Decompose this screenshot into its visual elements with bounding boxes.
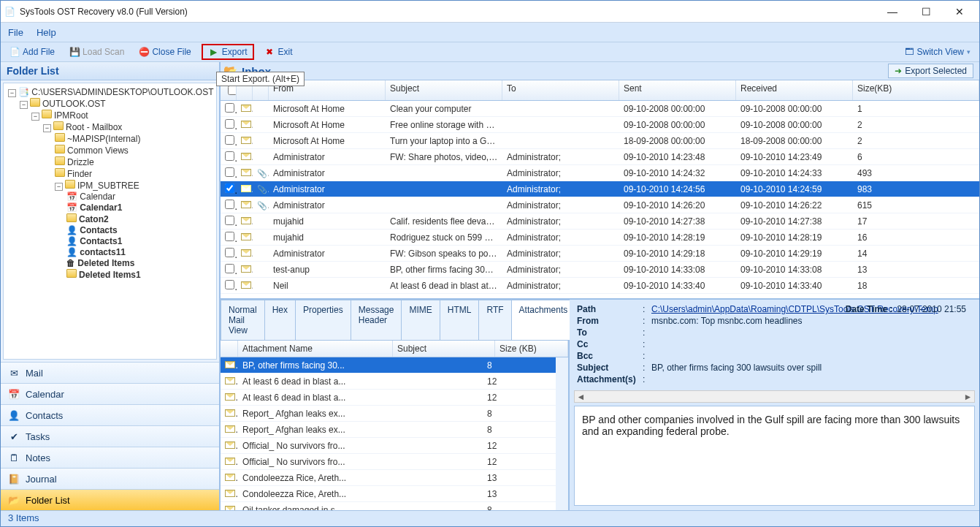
tree-contacts1[interactable]: Contacts1	[80, 236, 122, 246]
tab-properties[interactable]: Properties	[295, 300, 351, 340]
attachment-row[interactable]: BP, other firms facing 30...8	[221, 357, 556, 374]
col-subject[interactable]: Subject	[386, 80, 502, 100]
tree-ipmsubtree[interactable]: IPM_SUBTREE	[77, 181, 139, 191]
export-selected-button[interactable]: ➜Export Selected	[888, 64, 973, 78]
tree-root[interactable]: C:\USERS\ADMIN\DESKTOP\OUTLOOK.OST	[31, 87, 213, 97]
shortcut-notes[interactable]: 🗒Notes	[1, 447, 219, 468]
close-button[interactable]: ✕	[943, 1, 976, 22]
tree-calendar1[interactable]: Calendar1	[80, 202, 122, 213]
row-checkbox[interactable]	[225, 280, 234, 289]
row-checkbox[interactable]	[225, 151, 234, 161]
exit-button[interactable]: ✖Exit	[260, 45, 296, 58]
attachment-row[interactable]: Oil tanker damaged in s...8	[221, 502, 556, 510]
mail-row[interactable]: Microsoft At HomeTurn your laptop into a…	[221, 133, 979, 149]
mail-row[interactable]: Microsoft At HomeFree online storage wit…	[221, 117, 979, 133]
tab-hex[interactable]: Hex	[264, 300, 296, 340]
row-checkbox[interactable]	[225, 248, 234, 257]
row-checkbox[interactable]	[225, 200, 234, 209]
row-checkbox[interactable]	[225, 216, 234, 225]
shortcut-folderlist[interactable]: 📂Folder List	[1, 489, 219, 510]
attachment-row[interactable]: Condoleezza Rice, Areth...13	[221, 486, 556, 502]
mail-grid[interactable]: Microsoft At HomeClean your computer09-1…	[221, 101, 979, 300]
tree-deleted1[interactable]: Deleted Items1	[79, 270, 141, 280]
row-checkbox[interactable]	[225, 264, 234, 273]
tree-calendar[interactable]: Calendar	[80, 192, 115, 202]
tab-rtf[interactable]: RTF	[478, 300, 511, 340]
attachment-row[interactable]: At least 6 dead in blast a...12	[221, 374, 556, 390]
tab-attachments[interactable]: Attachments	[511, 300, 576, 340]
shortcut-mail[interactable]: ✉Mail	[1, 362, 219, 383]
mail-row[interactable]: 📎AdministratorAdministrator;09-10-2010 1…	[221, 197, 979, 213]
menu-help[interactable]: Help	[37, 27, 56, 38]
minimize-button[interactable]: —	[876, 1, 909, 22]
export-button[interactable]: ▶Export	[202, 44, 255, 60]
attcol-size[interactable]: Size (KB)	[495, 341, 568, 357]
tree-outlook[interactable]: OUTLOOK.OST	[42, 99, 106, 109]
cell-size: 17	[853, 215, 979, 228]
col-to[interactable]: To	[502, 80, 619, 100]
row-checkbox[interactable]	[225, 167, 234, 177]
select-all-checkbox[interactable]	[228, 86, 237, 95]
tree-toggle[interactable]: −	[8, 89, 16, 97]
mail-row[interactable]: mujahidCalif. residents flee devastat...…	[221, 213, 979, 230]
maximize-button[interactable]: ☐	[909, 1, 943, 22]
tree-commonviews[interactable]: Common Views	[67, 145, 129, 156]
shortcut-tasks[interactable]: ✔Tasks	[1, 425, 219, 447]
mail-row[interactable]: 📎AdministratorAdministrator;09-10-2010 1…	[221, 165, 979, 181]
row-checkbox[interactable]	[225, 183, 234, 193]
add-file-button[interactable]: 📄Add File	[5, 45, 59, 58]
mail-row[interactable]: AdministratorFW: Share photos, video, an…	[221, 149, 979, 165]
cell-sent: 09-10-2010 14:23:48	[619, 151, 736, 164]
tab-message-header[interactable]: Message Header	[351, 300, 402, 340]
tree-contacts11[interactable]: contacts11	[80, 247, 126, 257]
col-received[interactable]: Received	[736, 80, 853, 100]
mail-row[interactable]: Microsoft At HomeClean your computer09-1…	[221, 101, 979, 117]
envelope-icon	[241, 217, 251, 224]
mail-row[interactable]: NeilAt least 6 dead in blast at C...Admi…	[221, 278, 979, 294]
tree-contacts[interactable]: Contacts	[80, 225, 117, 235]
mail-row[interactable]: test-anupBP, other firms facing 300 la..…	[221, 262, 979, 278]
attachment-grid[interactable]: BP, other firms facing 30...8At least 6 …	[221, 357, 556, 510]
attcol-name[interactable]: Attachment Name	[238, 341, 393, 357]
attachment-row[interactable]: Condoleezza Rice, Areth...13	[221, 470, 556, 486]
row-checkbox[interactable]	[225, 119, 234, 129]
tree-finder[interactable]: Finder	[67, 169, 92, 179]
load-scan-button[interactable]: 💾Load Scan	[65, 45, 129, 58]
tree-caton2[interactable]: Caton2	[79, 214, 109, 224]
close-file-button[interactable]: ⛔Close File	[134, 45, 195, 58]
shortcut-calendar[interactable]: 📅Calendar	[1, 383, 219, 404]
tree-ipmroot[interactable]: IPMRoot	[54, 110, 88, 121]
tree-deleted[interactable]: Deleted Items	[77, 258, 134, 268]
cell-sent: 09-10-2010 14:27:38	[619, 215, 736, 228]
folder-tree[interactable]: −📑 C:\USERS\ADMIN\DESKTOP\OUTLOOK.OST −O…	[3, 83, 217, 360]
shortcut-contacts[interactable]: 👤Contacts	[1, 404, 219, 425]
menu-file[interactable]: File	[8, 27, 23, 38]
mail-row[interactable]: mujahidRodriguez stuck on 599 as T...Adm…	[221, 230, 979, 246]
att-name: BP, other firms facing 30...	[238, 359, 380, 372]
switch-view-button[interactable]: 🗔Switch View ▾	[900, 45, 975, 58]
tree-drizzle[interactable]: Drizzle	[67, 157, 94, 167]
col-sent[interactable]: Sent	[619, 80, 736, 100]
attachment-row[interactable]: At least 6 dead in blast a...12	[221, 390, 556, 406]
mail-row[interactable]: AdministratorFW: Gibson speaks to polic.…	[221, 246, 979, 262]
attcol-subject[interactable]: Subject	[393, 341, 495, 357]
attachment-row[interactable]: Official_ No survivors fro...12	[221, 438, 556, 454]
attachment-scrollbar[interactable]	[556, 357, 568, 510]
tab-mime[interactable]: MIME	[401, 300, 440, 340]
col-size[interactable]: Size(KB)	[853, 80, 979, 100]
tree-mapisp[interactable]: ~MAPISP(Internal)	[67, 134, 140, 144]
shortcut-journal[interactable]: 📔Journal	[1, 468, 219, 489]
mail-row[interactable]: 📎AdministratorAdministrator;09-10-2010 1…	[221, 181, 979, 197]
cell-from: Administrator	[269, 183, 386, 196]
cell-sent: 09-10-2010 14:28:19	[619, 231, 736, 244]
tab-html[interactable]: HTML	[440, 300, 480, 340]
attachment-row[interactable]: Report_ Afghan leaks ex...8	[221, 406, 556, 422]
row-checkbox[interactable]	[225, 232, 234, 241]
tree-rootmailbox[interactable]: Root - Mailbox	[66, 122, 122, 132]
meta-horizontal-scrollbar[interactable]: ◄►	[574, 390, 975, 403]
row-checkbox[interactable]	[225, 135, 234, 145]
attachment-row[interactable]: Report_ Afghan leaks ex...8	[221, 422, 556, 438]
attachment-row[interactable]: Official_ No survivors fro...12	[221, 454, 556, 470]
tab-normal[interactable]: Normal Mail View	[221, 300, 265, 340]
row-checkbox[interactable]	[225, 103, 234, 113]
